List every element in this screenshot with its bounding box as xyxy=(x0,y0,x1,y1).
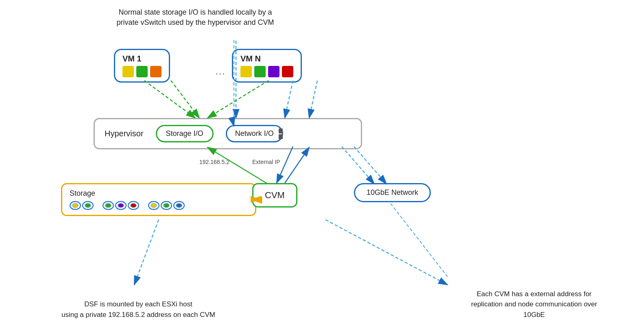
vm1-disk1 xyxy=(122,66,134,77)
vmN-title: VM N xyxy=(240,54,293,63)
svg-line-34 xyxy=(391,203,448,277)
network-io-box: Network I/O xyxy=(226,125,283,142)
svg-line-20 xyxy=(342,146,374,184)
storage-io-box: Storage I/O xyxy=(156,125,214,142)
svg-line-17 xyxy=(207,81,269,118)
svg-point-0 xyxy=(72,203,78,208)
bottom-left-annotation: DSF is mounted by each ESXi host using a… xyxy=(53,299,224,320)
disk-oval-2b xyxy=(115,201,127,210)
svg-line-30 xyxy=(325,220,448,285)
vm1-disk3 xyxy=(150,66,162,77)
disk-oval-2a xyxy=(103,201,114,210)
arrows-svg xyxy=(0,0,644,332)
disk-oval-3a xyxy=(148,201,159,210)
svg-line-15 xyxy=(144,81,195,118)
network-box: 10GbE Network xyxy=(354,183,431,202)
vm1-disks xyxy=(122,66,162,77)
vmN-disk1 xyxy=(240,66,252,77)
cvm-box: CVM xyxy=(252,183,297,208)
svg-point-7 xyxy=(176,203,182,208)
svg-line-21 xyxy=(354,146,386,184)
vmN-disk2 xyxy=(254,66,266,77)
vm-dots: ··· xyxy=(216,68,225,79)
ip-192-label: 192.168.5.2 xyxy=(199,159,229,165)
disk-oval-1a xyxy=(70,201,81,210)
storage-disks xyxy=(70,201,248,210)
vmN-disk3 xyxy=(268,66,279,77)
eth-port-1 xyxy=(279,129,283,133)
storage-box: Storage xyxy=(61,183,256,216)
svg-point-2 xyxy=(105,203,111,208)
svg-line-23 xyxy=(207,147,266,183)
eth-port-2 xyxy=(279,134,283,139)
disk-oval-2c xyxy=(128,201,139,210)
disk-group-2 xyxy=(103,201,139,210)
disk-group-3 xyxy=(148,201,185,210)
disk-oval-1b xyxy=(82,201,94,210)
vm1-box: VM 1 xyxy=(114,49,170,83)
svg-line-16 xyxy=(171,81,199,118)
svg-point-5 xyxy=(151,203,157,208)
vm1-disk2 xyxy=(136,66,148,77)
svg-point-6 xyxy=(164,203,169,208)
vmN-box: VM N xyxy=(232,49,302,83)
disk-group-1 xyxy=(70,201,94,210)
vm1-title: VM 1 xyxy=(122,54,162,63)
svg-point-3 xyxy=(118,203,124,208)
hypervisor-label: Hypervisor xyxy=(105,129,144,138)
vmN-disk4 xyxy=(282,66,293,77)
top-annotation: Normal state storage I/O is handled loca… xyxy=(81,7,309,28)
disk-oval-3c xyxy=(173,201,185,210)
svg-point-4 xyxy=(131,203,136,208)
bottom-right-annotation: Each CVM has a external address for repl… xyxy=(457,289,611,320)
eth-ports xyxy=(279,129,283,139)
external-ip-label: External IP xyxy=(252,159,280,165)
svg-point-1 xyxy=(85,203,91,208)
svg-line-19 xyxy=(309,81,317,118)
svg-line-18 xyxy=(285,81,293,118)
diagram-container: Normal state storage I/O is handled loca… xyxy=(0,0,644,332)
disk-oval-3b xyxy=(161,201,172,210)
storage-title: Storage xyxy=(70,189,248,198)
svg-line-29 xyxy=(134,220,159,285)
hypervisor-box: Hypervisor Storage I/O Network I/O xyxy=(94,118,362,149)
vmN-disks xyxy=(240,66,293,77)
svg-line-31 xyxy=(285,147,309,183)
